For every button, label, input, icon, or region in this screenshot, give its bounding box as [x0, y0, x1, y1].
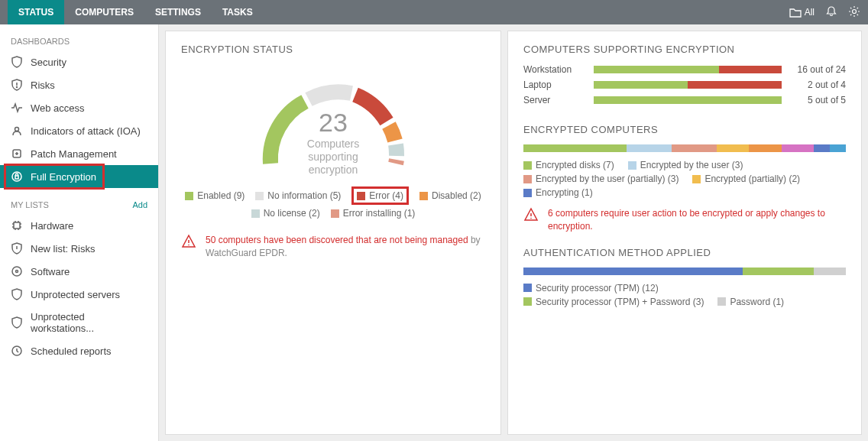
auth-bar[interactable] [523, 268, 846, 275]
sidebar-item-hardware[interactable]: Hardware [0, 214, 158, 237]
supporting-row[interactable]: Laptop2 out of 4 [523, 79, 846, 90]
sidebar-item-webaccess[interactable]: Web access [0, 96, 158, 119]
swatch-icon [523, 284, 532, 292]
legend-item[interactable]: Error installing (1) [331, 208, 416, 219]
row-count: 16 out of 24 [791, 64, 846, 75]
status-legend: Enabled (9)No information (5)Error (4)Di… [181, 186, 485, 219]
bar-segment [814, 268, 846, 275]
sidebar-item-patch[interactable]: Patch Management [0, 142, 158, 165]
tab-settings[interactable]: SETTINGS [144, 0, 212, 24]
swatch-icon [717, 297, 726, 306]
legend-label: Error installing (1) [343, 208, 416, 219]
bar-segment [830, 144, 846, 152]
unmanaged-warning[interactable]: 50 computers have been discovered that a… [181, 234, 485, 260]
gauge-chart[interactable]: 23 Computerssupportingencryption [241, 64, 425, 179]
svg-rect-7 [14, 222, 20, 229]
activity-icon [11, 102, 23, 114]
encryption-status-panel: ENCRYPTION STATUS 23 [165, 31, 501, 435]
legend-item[interactable]: Encrypted by the user (partially) (3) [523, 173, 679, 184]
bar-segment [749, 144, 781, 152]
row-count: 5 out of 5 [791, 95, 846, 105]
chip-icon [11, 219, 23, 232]
svg-point-10 [16, 271, 18, 273]
gear-icon[interactable] [848, 5, 860, 20]
sidebar-item-label: Web access [31, 102, 85, 114]
legend-label: Encrypted by the user (partially) (3) [536, 173, 679, 184]
supporting-row[interactable]: Workstation16 out of 24 [523, 64, 846, 75]
bar-segment [717, 144, 749, 152]
encrypted-bar[interactable] [523, 144, 846, 152]
swatch-icon [628, 161, 636, 170]
legend-label: Encrypting (1) [536, 187, 593, 198]
sidebar-item-risks[interactable]: Risks [0, 73, 158, 96]
legend-label: No information (5) [267, 190, 341, 201]
target-person-icon [11, 125, 23, 137]
shield-alert-icon [11, 242, 23, 255]
sidebar-item-label: Software [31, 266, 70, 277]
svg-point-0 [853, 9, 857, 13]
legend-item[interactable]: Encrypting (1) [523, 187, 593, 198]
legend-label: Encrypted by the user (3) [640, 160, 743, 170]
clock-icon [11, 345, 23, 357]
sidebar-item-security[interactable]: Security [0, 50, 158, 73]
bar-segment [782, 144, 814, 152]
lock-icon [11, 170, 23, 183]
legend-item[interactable]: Error (4) [351, 186, 409, 205]
add-list-button[interactable]: Add [132, 200, 147, 209]
legend-item[interactable]: Encrypted (partially) (2) [692, 173, 800, 184]
right-panels: COMPUTERS SUPPORTING ENCRYPTION Workstat… [507, 31, 862, 435]
sidebar-item-unprotected-servers[interactable]: Unprotected servers [0, 283, 158, 306]
gauge-label: Computerssupportingencryption [241, 138, 425, 176]
legend-item[interactable]: Password (1) [717, 297, 784, 307]
bell-icon[interactable] [825, 5, 837, 20]
swatch-icon [251, 209, 260, 218]
sidebar-item-label: Unprotected servers [31, 289, 120, 300]
sidebar-item-scheduled-reports[interactable]: Scheduled reports [0, 339, 158, 362]
legend-label: Error (4) [369, 190, 403, 201]
shield-alert-icon [11, 79, 23, 91]
sidebar-item-unprotected-workstations[interactable]: Unprotected workstations... [0, 306, 158, 339]
sidebar-item-label: New list: Risks [31, 243, 96, 255]
sidebar-item-ioa[interactable]: Indicators of attack (IOA) [0, 119, 158, 142]
legend-label: Encrypted disks (7) [536, 160, 614, 170]
sidebar-item-software[interactable]: Software [0, 260, 158, 283]
svg-rect-6 [15, 176, 18, 179]
legend-item[interactable]: Security processor (TPM) (12) [523, 283, 659, 293]
dashboards-header: DASHBOARDS [11, 37, 70, 46]
swatch-icon [357, 192, 365, 200]
legend-item[interactable]: Security processor (TPM) + Password (3) [523, 297, 704, 307]
patch-icon [11, 148, 23, 160]
legend-item[interactable]: Disabled (2) [419, 186, 481, 205]
encrypted-section: ENCRYPTED COMPUTERS Encrypted disks (7)E… [523, 124, 846, 233]
legend-label: Security processor (TPM) (12) [536, 283, 659, 293]
auth-title: AUTHENTICATION METHOD APPLIED [523, 247, 846, 258]
swatch-icon [692, 175, 701, 183]
bar-segment [627, 144, 672, 152]
sidebar: DASHBOARDS Security Risks Web access Ind… [0, 24, 159, 441]
legend-item[interactable]: No license (2) [251, 208, 320, 219]
legend-label: Enabled (9) [197, 190, 245, 201]
tab-status[interactable]: STATUS [8, 0, 64, 24]
sidebar-item-label: Security [31, 57, 66, 68]
tab-computers[interactable]: COMPUTERS [64, 0, 144, 24]
swatch-icon [419, 192, 428, 200]
legend-item[interactable]: Encrypted disks (7) [523, 160, 614, 170]
sidebar-item-encryption[interactable]: Full Encryption [0, 165, 158, 188]
sidebar-item-label: Hardware [31, 220, 73, 232]
sidebar-item-label: Scheduled reports [31, 345, 112, 357]
legend-item[interactable]: Encrypted by the user (3) [628, 160, 743, 170]
shield-off-icon [11, 316, 23, 329]
legend-label: Password (1) [730, 297, 784, 307]
legend-item[interactable]: Enabled (9) [185, 186, 245, 205]
folder-all-icon[interactable]: All [789, 7, 815, 18]
mylists-header: MY LISTS [11, 200, 49, 209]
supporting-row[interactable]: Server5 out of 5 [523, 95, 846, 105]
legend-label: Disabled (2) [432, 190, 481, 201]
bar-segment [743, 268, 814, 275]
legend-item[interactable]: No information (5) [255, 186, 341, 205]
swatch-icon [185, 192, 193, 200]
tab-tasks[interactable]: TASKS [212, 0, 264, 24]
sidebar-item-newlist-risks[interactable]: New list: Risks [0, 237, 158, 260]
encrypted-warning[interactable]: 6 computers require user action to be en… [523, 207, 846, 233]
row-count: 2 out of 4 [791, 79, 846, 90]
